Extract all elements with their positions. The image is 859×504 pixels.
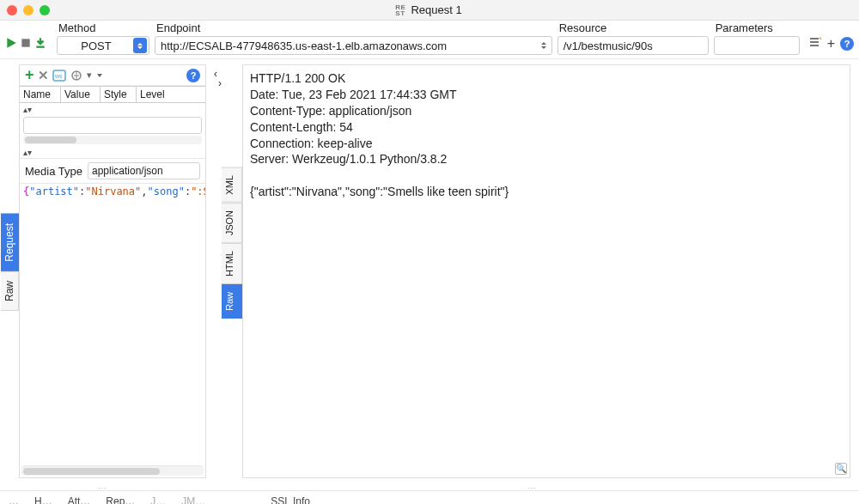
left-vertical-tabs: Request Raw bbox=[0, 59, 19, 483]
parameters-label: Parameters bbox=[714, 21, 800, 34]
media-type-input[interactable]: application/json bbox=[88, 162, 200, 179]
col-value[interactable]: Value bbox=[61, 87, 101, 102]
window-controls bbox=[7, 5, 50, 15]
bottom-tab-representations[interactable]: Rep… bbox=[106, 495, 135, 505]
bottom-bar: … H… Att… Rep… J… JM… SSL Info bbox=[0, 490, 859, 504]
rest-badge-icon: RE ST bbox=[395, 4, 405, 16]
tab-xml[interactable]: XML bbox=[222, 167, 242, 203]
svg-text:ws: ws bbox=[54, 73, 63, 79]
drag-handle-icon[interactable]: ⋯ bbox=[206, 483, 859, 490]
configure-icon[interactable] bbox=[808, 35, 822, 52]
svg-rect-1 bbox=[36, 46, 44, 48]
window-title: RE ST Request 1 bbox=[50, 3, 807, 16]
endpoint-field: Endpoint http://ECSALB-477948635.us-east… bbox=[155, 21, 552, 55]
tab-request[interactable]: Request bbox=[1, 214, 19, 271]
bottom-tab-ssl-info[interactable]: SSL Info bbox=[271, 495, 310, 505]
drag-handle-icon[interactable]: ⋯ bbox=[0, 483, 206, 490]
svg-rect-4 bbox=[810, 45, 819, 46]
endpoint-label: Endpoint bbox=[155, 21, 552, 34]
submit-all-icon[interactable] bbox=[34, 37, 46, 52]
bottom-tab-headers[interactable]: H… bbox=[34, 495, 52, 505]
tab-json[interactable]: JSON bbox=[222, 203, 242, 243]
main-area: Request Raw + ✕ ws ▾ ? Name Value Style … bbox=[0, 59, 859, 483]
filter-input[interactable] bbox=[23, 117, 202, 134]
run-icon[interactable] bbox=[5, 37, 17, 52]
response-text: HTTP/1.1 200 OK Date: Tue, 23 Feb 2021 1… bbox=[250, 71, 509, 198]
horizontal-scrollbar[interactable] bbox=[23, 136, 202, 144]
resource-label: Resource bbox=[557, 21, 709, 34]
col-level[interactable]: Level bbox=[137, 87, 205, 102]
resource-value: /v1/bestmusic/90s bbox=[564, 39, 653, 52]
request-toolbar: + ✕ ws ▾ ? bbox=[20, 65, 205, 86]
resource-input[interactable]: /v1/bestmusic/90s bbox=[557, 36, 709, 55]
caret-down-icon[interactable] bbox=[97, 74, 102, 77]
media-type-value: application/json bbox=[92, 165, 163, 177]
dropdown-arrows-icon bbox=[538, 38, 550, 53]
svg-rect-0 bbox=[21, 39, 29, 46]
tab-html[interactable]: HTML bbox=[222, 243, 242, 284]
bottom-tab-attachments[interactable]: Att… bbox=[68, 495, 91, 505]
col-style[interactable]: Style bbox=[101, 87, 137, 102]
method-value: POST bbox=[81, 39, 111, 52]
method-select[interactable]: POST bbox=[57, 36, 149, 55]
media-type-label: Media Type bbox=[25, 165, 82, 178]
method-field: Method POST bbox=[57, 21, 149, 55]
search-icon[interactable]: 🔍 bbox=[835, 463, 847, 475]
resource-field: Resource /v1/bestmusic/90s bbox=[557, 21, 709, 55]
help-icon[interactable]: ? bbox=[186, 69, 200, 82]
parameters-input[interactable] bbox=[714, 36, 800, 55]
response-vertical-tabs: XML JSON HTML Raw bbox=[222, 64, 242, 478]
help-icon[interactable]: ? bbox=[840, 37, 854, 51]
tab-raw[interactable]: Raw bbox=[222, 284, 242, 319]
window-title-text: Request 1 bbox=[411, 3, 461, 16]
bottom-tab-j1[interactable]: J… bbox=[150, 495, 166, 505]
method-label: Method bbox=[57, 21, 149, 34]
request-panel: + ✕ ws ▾ ? Name Value Style Level ▴▾ ▴▾ … bbox=[19, 64, 206, 478]
remove-param-icon[interactable]: ✕ bbox=[38, 68, 49, 83]
dropdown-arrows-icon bbox=[133, 38, 147, 53]
params-table-header: Name Value Style Level bbox=[20, 86, 205, 103]
wsdl-icon[interactable]: ws bbox=[52, 70, 66, 82]
add-icon[interactable]: + bbox=[827, 36, 835, 52]
maximize-window-button[interactable] bbox=[40, 5, 50, 15]
media-type-row: Media Type application/json bbox=[20, 158, 205, 183]
stop-icon[interactable] bbox=[20, 37, 32, 52]
request-body-editor[interactable]: {"artist":"Nirvana","song":":S bbox=[20, 183, 205, 200]
tab-raw-request[interactable]: Raw bbox=[1, 271, 19, 311]
collapse-left-icon[interactable]: ‹ bbox=[214, 68, 217, 80]
titlebar: RE ST Request 1 bbox=[0, 0, 859, 21]
response-body[interactable]: HTTP/1.1 200 OK Date: Tue, 23 Feb 2021 1… bbox=[242, 64, 850, 478]
horizontal-scrollbar[interactable] bbox=[21, 465, 204, 476]
add-param-icon[interactable]: + bbox=[25, 66, 34, 84]
endpoint-combobox[interactable]: http://ECSALB-477948635.us-east-1.elb.am… bbox=[155, 36, 552, 55]
bottom-tab-jm[interactable]: JM… bbox=[181, 495, 205, 505]
toolbar: Method POST Endpoint http://ECSALB-47794… bbox=[0, 21, 859, 59]
col-name[interactable]: Name bbox=[20, 87, 61, 102]
run-controls bbox=[5, 37, 52, 55]
minimize-window-button[interactable] bbox=[23, 5, 34, 15]
sort-arrows-icon[interactable]: ▴▾ bbox=[20, 103, 205, 115]
parameters-field: Parameters bbox=[714, 21, 800, 55]
endpoint-value: http://ECSALB-477948635.us-east-1.elb.am… bbox=[161, 39, 447, 52]
sort-arrows-icon[interactable]: ▴▾ bbox=[20, 146, 205, 158]
response-panel: XML JSON HTML Raw HTTP/1.1 200 OK Date: … bbox=[222, 64, 850, 478]
svg-rect-2 bbox=[810, 38, 819, 39]
svg-rect-3 bbox=[810, 41, 819, 43]
bottom-tab-more[interactable]: … bbox=[9, 495, 19, 505]
close-window-button[interactable] bbox=[7, 5, 17, 15]
splitter[interactable]: ‹ › bbox=[210, 59, 222, 483]
resource-icon[interactable] bbox=[70, 70, 83, 82]
right-toolbar: + ? bbox=[805, 35, 854, 55]
